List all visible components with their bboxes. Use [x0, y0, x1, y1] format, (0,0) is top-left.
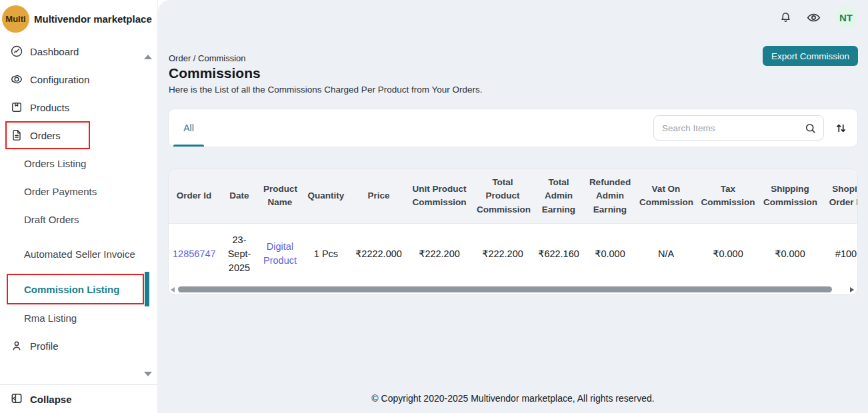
col-quantity: Quantity	[301, 169, 351, 223]
preview-eye-icon[interactable]	[806, 10, 821, 25]
sidebar-item-automated-seller-invoice[interactable]: Automated Seller Invoice	[0, 233, 157, 274]
search-box	[653, 115, 824, 141]
col-unit-product-commission: Unit Product Commission	[406, 169, 473, 223]
commissions-table: Order Id Date Product Name Quantity Pric…	[169, 169, 857, 284]
sidebar-item-label: Rma Listing	[24, 312, 77, 324]
cell-unit-product-commission: ₹222.200	[406, 223, 473, 284]
tab-all[interactable]: All	[173, 109, 204, 147]
toolbar-right	[653, 115, 848, 141]
table-row: 12856747 23-Sept-2025 Digital Product 1 …	[169, 223, 857, 284]
sidebar-item-commission-listing[interactable]: Commission Listing	[0, 274, 157, 304]
col-total-product-commission: Total Product Commission	[473, 169, 533, 223]
sidebar-item-dashboard[interactable]: Dashboard	[0, 37, 157, 65]
cell-date: 23-Sept-2025	[219, 223, 259, 284]
sidebar-item-configuration[interactable]: Configuration	[0, 65, 157, 93]
topbar: NT	[158, 0, 868, 35]
cell-order-id-link[interactable]: 12856747	[169, 223, 219, 284]
cell-tax-commission: ₹0.000	[697, 223, 759, 284]
sort-icon[interactable]	[834, 121, 848, 135]
active-item-indicator	[145, 272, 149, 306]
tab-active-underline	[173, 145, 204, 147]
sidebar-item-label: Orders Listing	[24, 158, 86, 169]
tab-all-label: All	[183, 123, 194, 133]
app-window: Multi Multivendor marketplace Dashboard …	[0, 0, 868, 413]
cell-price: ₹2222.000	[351, 223, 406, 284]
page-header: Order / Commission Commissions Here is t…	[158, 35, 868, 95]
profile-icon	[10, 339, 23, 352]
sidebar-item-orders-listing[interactable]: Orders Listing	[0, 149, 157, 177]
orders-file-icon	[10, 129, 23, 142]
collapse-panel-icon	[10, 392, 23, 407]
col-shipping-commission: Shipping Commission	[759, 169, 821, 223]
scroll-right-icon[interactable]	[850, 287, 854, 292]
sidebar-item-orders[interactable]: Orders	[0, 121, 157, 149]
cell-shipping-commission: ₹0.000	[759, 223, 821, 284]
table-header-row: Order Id Date Product Name Quantity Pric…	[169, 169, 857, 223]
search-icon[interactable]	[804, 122, 817, 135]
sidebar: Multi Multivendor marketplace Dashboard …	[0, 0, 158, 413]
cell-total-product-commission: ₹222.200	[473, 223, 533, 284]
sidebar-nav: Dashboard Configuration Products Orders	[0, 37, 157, 384]
brand-logo: Multi	[2, 5, 29, 33]
dashboard-icon	[10, 45, 23, 58]
sidebar-item-label: Dashboard	[30, 46, 79, 57]
col-order-id: Order Id	[169, 169, 219, 223]
cell-shopify-order-no: #1001	[821, 223, 857, 284]
sidebar-scroll-up-icon[interactable]	[144, 55, 152, 59]
sidebar-item-label: Profile	[30, 340, 59, 352]
main-content: NT Order / Commission Commissions Here i…	[158, 0, 868, 413]
footer-copyright: © Copyright 2020-2025 Multivendor market…	[158, 393, 868, 413]
brand[interactable]: Multi Multivendor marketplace	[0, 0, 157, 37]
table-scroll-region: Order Id Date Product Name Quantity Pric…	[169, 169, 857, 284]
scrollbar-thumb[interactable]	[178, 286, 832, 292]
page-title: Commissions	[169, 65, 858, 81]
product-box-icon	[10, 101, 23, 114]
sidebar-item-order-payments[interactable]: Order Payments	[0, 177, 157, 205]
export-commission-button[interactable]: Export Commission	[763, 46, 858, 66]
col-vat-on-commission: Vat On Commission	[635, 169, 697, 223]
cell-vat-on-commission: N/A	[635, 223, 697, 284]
sidebar-item-label: Automated Seller Invoice	[24, 247, 135, 261]
sidebar-item-label: Orders	[30, 130, 61, 141]
scroll-left-icon[interactable]	[171, 287, 175, 292]
sidebar-item-draft-orders[interactable]: Draft Orders	[0, 205, 157, 233]
sidebar-item-label: Products	[30, 102, 69, 113]
avatar-initials: NT	[839, 12, 853, 23]
sidebar-scroll-down-icon[interactable]	[144, 372, 152, 376]
col-total-admin-earning: Total Admin Earning	[533, 169, 585, 223]
col-refunded-admin-earning: Refunded Admin Earning	[585, 169, 635, 223]
col-product-name: Product Name	[259, 169, 301, 223]
brand-logo-text: Multi	[5, 14, 25, 24]
cell-quantity: 1 Pcs	[301, 223, 351, 284]
page-subtitle: Here is the List of all the Commissions …	[169, 85, 858, 95]
sidebar-item-products[interactable]: Products	[0, 93, 157, 121]
sidebar-item-label: Commission Listing	[24, 284, 119, 295]
col-price: Price	[351, 169, 406, 223]
cell-product-name-link[interactable]: Digital Product	[259, 223, 301, 284]
col-date: Date	[219, 169, 259, 223]
sidebar-item-rma-listing[interactable]: Rma Listing	[0, 304, 157, 332]
commissions-table-card: Order Id Date Product Name Quantity Pric…	[168, 169, 858, 295]
collapse-label: Collapse	[30, 394, 72, 405]
breadcrumb[interactable]: Order / Commission	[169, 53, 858, 63]
collapse-button[interactable]: Collapse	[0, 384, 157, 413]
search-input[interactable]	[654, 123, 804, 133]
filter-toolbar: All	[168, 109, 858, 147]
cell-total-admin-earning: ₹622.160	[533, 223, 585, 284]
brand-name: Multivendor marketplace	[34, 13, 152, 25]
gear-icon	[10, 73, 23, 86]
user-avatar[interactable]: NT	[835, 6, 857, 29]
sidebar-item-label: Order Payments	[24, 186, 97, 197]
cell-refunded-admin-earning: ₹0.000	[585, 223, 635, 284]
sidebar-item-label: Draft Orders	[24, 214, 79, 225]
col-shopify-order-no: Shopify Order No	[821, 169, 857, 223]
col-tax-commission: Tax Commission	[697, 169, 759, 223]
notifications-bell-icon[interactable]	[779, 11, 793, 25]
horizontal-scrollbar	[169, 284, 857, 294]
sidebar-item-profile[interactable]: Profile	[0, 332, 157, 360]
sidebar-item-label: Configuration	[30, 74, 89, 85]
